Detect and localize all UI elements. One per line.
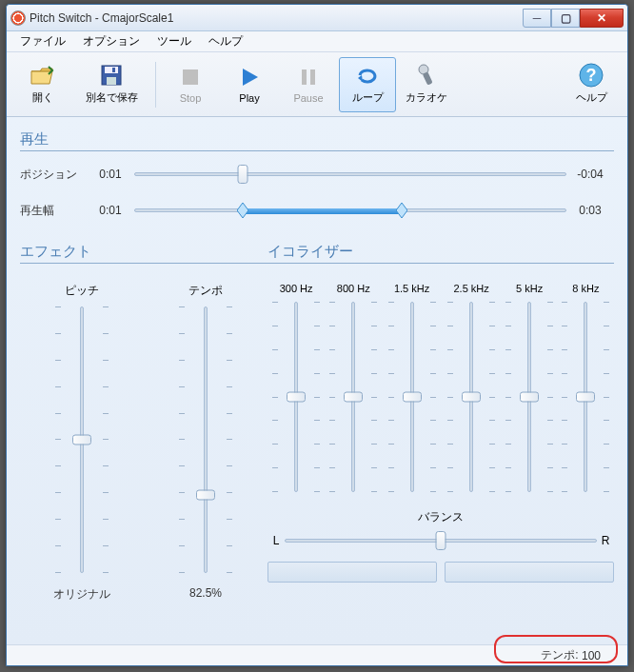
svg-rect-3 (112, 68, 115, 72)
menu-file[interactable]: ファイル (12, 31, 73, 51)
eq-band-1: 800 Hz (337, 283, 370, 492)
equalizer-section-title: イコライザー (267, 243, 614, 264)
effects-panel: エフェクト ピッチ オリジナル テンポ (20, 237, 267, 603)
eq-band-slider[interactable] (337, 302, 369, 492)
balance-left-label: L (267, 534, 285, 547)
svg-rect-1 (105, 67, 118, 73)
toolbar-separator (155, 62, 156, 108)
range-slider[interactable] (134, 201, 566, 220)
status-tempo-label: テンポ: (541, 647, 578, 663)
svg-rect-6 (310, 69, 315, 85)
eq-band-slider[interactable] (280, 302, 312, 492)
menu-options[interactable]: オプション (75, 31, 148, 51)
svg-text:?: ? (586, 66, 597, 85)
floppy-icon (98, 64, 125, 87)
app-icon (10, 10, 26, 26)
pitch-label: ピッチ (65, 283, 99, 299)
help-label: ヘルプ (576, 90, 607, 105)
svg-rect-5 (302, 69, 307, 85)
open-button[interactable]: 開く (14, 57, 71, 112)
eq-band-label: 8 kHz (572, 283, 599, 294)
save-as-button[interactable]: 別名で保存 (73, 57, 149, 112)
range-start: 0:01 (87, 204, 134, 217)
eq-band-2: 1.5 kHz (394, 283, 429, 492)
level-meter-left (267, 562, 437, 583)
menubar: ファイル オプション ツール ヘルプ (7, 31, 627, 52)
play-button[interactable]: Play (221, 57, 278, 112)
window-controls: ─ ▢ ✕ (523, 9, 624, 28)
minimize-button[interactable]: ─ (523, 9, 551, 28)
close-button[interactable]: ✕ (580, 9, 624, 28)
range-end-handle[interactable] (396, 203, 407, 218)
open-label: 開く (32, 90, 53, 105)
eq-band-label: 800 Hz (337, 283, 370, 294)
app-window: Pitch Switch - CmajorScale1 ─ ▢ ✕ ファイル オ… (6, 4, 628, 666)
status-tempo-value: 100 (582, 649, 601, 662)
range-end: 0:03 (566, 204, 614, 217)
balance-label: バランス (267, 509, 614, 525)
eq-band-3: 2.5 kHz (454, 283, 489, 492)
pitch-slider[interactable] (63, 306, 101, 573)
range-label: 再生幅 (20, 203, 87, 219)
save-as-label: 別名で保存 (86, 90, 138, 105)
eq-band-label: 300 Hz (280, 283, 313, 294)
eq-band-slider[interactable] (513, 302, 545, 492)
svg-rect-4 (183, 69, 198, 85)
eq-band-label: 5 kHz (516, 283, 543, 294)
karaoke-label: カラオケ (406, 90, 447, 105)
eq-band-5: 8 kHz (569, 283, 602, 492)
microphone-icon (413, 64, 440, 87)
tempo-value: 82.5% (189, 586, 222, 600)
help-button[interactable]: ? ヘルプ (563, 57, 620, 112)
equalizer-panel: イコライザー 300 Hz800 Hz1.5 kHz2.5 kHz5 kHz8 … (267, 237, 614, 603)
eq-band-label: 2.5 kHz (454, 283, 489, 294)
maximize-button[interactable]: ▢ (551, 9, 580, 28)
position-remaining: -0:04 (566, 168, 614, 181)
svg-rect-8 (423, 71, 433, 85)
balance-right-label: R (597, 534, 614, 547)
content-area: 再生 ポジション 0:01 -0:04 再生幅 0:01 (7, 117, 627, 644)
folder-open-icon (30, 64, 56, 87)
position-time: 0:01 (87, 168, 134, 181)
level-meter-right (445, 562, 614, 583)
playback-section-title: 再生 (20, 130, 614, 151)
eq-band-slider[interactable] (396, 302, 428, 492)
stop-button[interactable]: Stop (162, 57, 219, 112)
karaoke-button[interactable]: カラオケ (398, 57, 455, 112)
position-row: ポジション 0:01 -0:04 (20, 165, 614, 184)
loop-button[interactable]: ループ (339, 57, 396, 112)
statusbar: テンポ: 100 (7, 644, 627, 665)
tempo-column: テンポ 82.5% (144, 283, 267, 603)
pitch-column: ピッチ オリジナル (20, 283, 144, 603)
eq-band-slider[interactable] (455, 302, 487, 492)
svg-rect-2 (107, 77, 116, 85)
position-slider[interactable] (134, 165, 566, 184)
menu-tools[interactable]: ツール (149, 31, 199, 51)
pause-icon (295, 66, 322, 89)
position-label: ポジション (20, 167, 87, 183)
stop-label: Stop (180, 92, 202, 104)
pause-button[interactable]: Pause (280, 57, 337, 112)
play-label: Play (239, 92, 259, 104)
balance-slider[interactable] (285, 531, 597, 550)
range-row: 再生幅 0:01 0:03 (20, 201, 614, 220)
effects-section-title: エフェクト (20, 243, 267, 264)
eq-band-slider[interactable] (569, 302, 602, 492)
help-icon: ? (578, 64, 604, 87)
loop-icon (354, 64, 381, 87)
loop-label: ループ (352, 90, 384, 105)
menu-help[interactable]: ヘルプ (201, 31, 250, 51)
play-icon (236, 66, 263, 89)
range-start-handle[interactable] (237, 203, 248, 218)
toolbar: 開く 別名で保存 Stop Play Pause (7, 52, 627, 117)
tempo-slider[interactable] (187, 306, 225, 573)
eq-band-label: 1.5 kHz (394, 283, 429, 294)
eq-band-0: 300 Hz (280, 283, 313, 492)
pause-label: Pause (293, 92, 323, 104)
stop-icon (177, 66, 204, 89)
titlebar[interactable]: Pitch Switch - CmajorScale1 ─ ▢ ✕ (7, 5, 627, 31)
tempo-label: テンポ (188, 283, 223, 299)
eq-band-4: 5 kHz (513, 283, 545, 492)
pitch-value: オリジナル (53, 586, 110, 603)
window-title: Pitch Switch - CmajorScale1 (30, 11, 523, 25)
